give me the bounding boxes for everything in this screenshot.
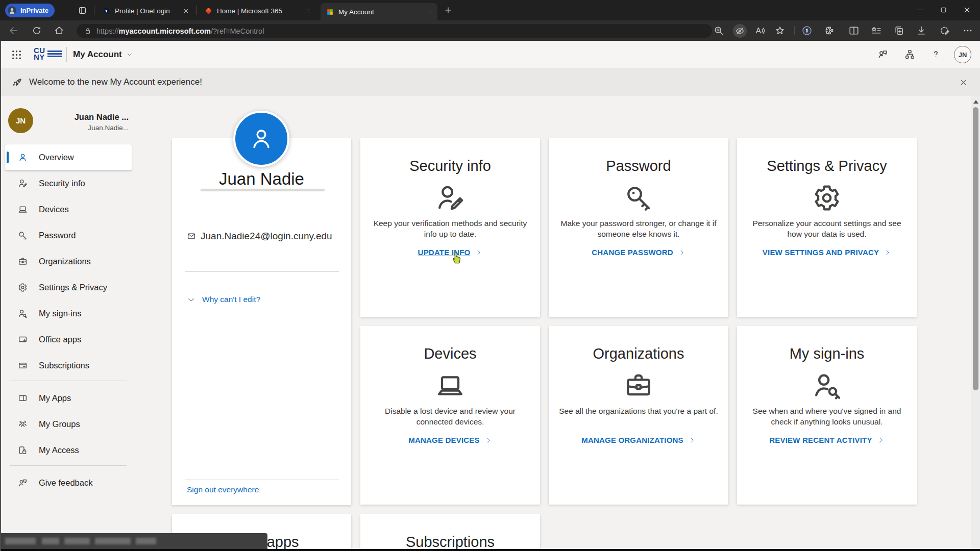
settings-privacy-icon <box>17 282 28 293</box>
sign-out-everywhere-link[interactable]: Sign out everywhere <box>187 485 259 494</box>
banner-close-icon[interactable] <box>959 78 968 87</box>
scrollbar-up-arrow[interactable] <box>973 100 978 104</box>
sidebar-item-security-info[interactable]: Security info <box>5 170 132 196</box>
sidebar-item-subscriptions[interactable]: Subscriptions <box>5 353 132 379</box>
tab-separator <box>94 6 94 15</box>
maximize-button[interactable] <box>932 0 955 19</box>
inprivate-badge[interactable]: InPrivate <box>5 4 55 17</box>
sidebar-item-devices[interactable]: Devices <box>5 196 132 222</box>
sidebar-item-label: Settings & Privacy <box>39 283 107 292</box>
account-avatar[interactable]: JN <box>954 46 971 63</box>
sign-ins-icon <box>17 308 28 319</box>
maximize-icon <box>939 6 948 14</box>
manage-organizations-link[interactable]: MANAGE ORGANIZATIONS <box>581 436 696 444</box>
split-screen-icon[interactable] <box>848 24 860 37</box>
tab-activity-icon[interactable] <box>78 6 87 15</box>
subscriptions-card: Subscriptions <box>360 514 540 551</box>
sidebar-item-overview[interactable]: Overview <box>5 144 132 170</box>
user-username: Juan.Nadie... <box>36 124 129 132</box>
tracking-prevention-icon[interactable] <box>733 24 747 38</box>
sidebar-item-label: Devices <box>39 205 69 214</box>
tab-title: Home | Microsoft 365 <box>217 7 300 15</box>
redacted-status-bar <box>0 533 267 549</box>
subscriptions-icon <box>17 360 28 371</box>
address-bar[interactable]: https://myaccount.microsoft.com/?ref=MeC… <box>77 24 712 38</box>
tab-close-icon[interactable] <box>304 7 311 15</box>
envelope-icon <box>187 232 196 241</box>
cuny-logo[interactable]: CUNY <box>34 47 62 60</box>
profile-divider <box>185 480 339 480</box>
close-window-button[interactable] <box>955 0 978 19</box>
refresh-icon[interactable] <box>31 25 42 36</box>
security-info-icon <box>434 182 467 214</box>
card-title: Password <box>606 157 671 175</box>
my-groups-icon <box>17 419 28 430</box>
sidebar-avatar[interactable]: JN <box>8 108 33 133</box>
profile-avatar[interactable] <box>233 111 289 167</box>
manage-devices-link[interactable]: MANAGE DEVICES <box>408 436 492 444</box>
read-aloud-icon[interactable] <box>754 24 766 37</box>
chevron-right-icon <box>689 437 696 444</box>
window-bottom-edge <box>0 549 980 551</box>
card-description: See all the organizations that you're a … <box>559 406 718 429</box>
hand-cursor <box>449 249 463 265</box>
product-label: My Account <box>73 49 122 60</box>
extensions-icon[interactable] <box>823 24 836 37</box>
view-settings-privacy-link[interactable]: VIEW SETTINGS AND PRIVACY <box>763 248 891 257</box>
tab-title: My Account <box>338 8 422 16</box>
sidebar-item-label: Overview <box>39 153 74 162</box>
scrollbar-thumb[interactable] <box>973 107 978 390</box>
web-capture-icon[interactable] <box>939 24 951 37</box>
header-feedback-icon[interactable] <box>877 48 889 60</box>
sidebar-nav: Overview Security info Devices Password … <box>5 144 132 496</box>
password-manager-icon[interactable] <box>801 24 813 37</box>
favorites-star-icon[interactable] <box>774 24 786 37</box>
page-scrollbar[interactable] <box>971 96 980 549</box>
card-title: Security info <box>409 157 491 175</box>
office-apps-icon <box>17 334 28 345</box>
more-icon[interactable] <box>962 24 974 37</box>
overview-icon <box>17 152 28 163</box>
sidebar-item-my-access[interactable]: My Access <box>5 437 132 463</box>
tab-close-icon[interactable] <box>182 7 190 15</box>
card-description: See when and where you've signed in and … <box>746 406 908 429</box>
sidebar-item-my-groups[interactable]: My Groups <box>5 411 132 437</box>
sidebar-item-organizations[interactable]: Organizations <box>5 248 132 274</box>
edit-help-row[interactable]: Why can't I edit? <box>187 295 260 304</box>
waffle-icon[interactable] <box>10 48 23 61</box>
tab-close-icon[interactable] <box>426 8 433 16</box>
sidebar-item-office-apps[interactable]: Office apps <box>5 327 132 353</box>
toolbar-separator <box>794 26 795 35</box>
browser-titlebar: InPrivate Profile | OneLogin Home | Micr… <box>0 0 980 20</box>
app-header <box>0 41 980 68</box>
org-chart-icon[interactable] <box>904 48 916 60</box>
tab-my-account[interactable]: My Account <box>321 3 437 20</box>
profile-divider <box>185 271 339 272</box>
product-switcher[interactable]: My Account <box>73 49 133 60</box>
tab-profile-onelogin[interactable]: Profile | OneLogin <box>97 3 194 19</box>
minimize-button[interactable] <box>908 0 932 19</box>
collections-icon[interactable] <box>893 24 905 37</box>
back-icon[interactable] <box>8 25 19 36</box>
sidebar-item-label: Subscriptions <box>39 361 89 370</box>
sidebar-item-settings-privacy[interactable]: Settings & Privacy <box>5 274 132 300</box>
zoom-in-icon[interactable] <box>713 24 725 37</box>
new-tab-icon[interactable] <box>444 6 453 15</box>
downloads-icon[interactable] <box>915 24 927 37</box>
tab-home-microsoft365[interactable]: Home | Microsoft 365 <box>199 3 315 19</box>
sidebar-item-label: Organizations <box>39 257 91 266</box>
review-recent-activity-link[interactable]: REVIEW RECENT ACTIVITY <box>769 436 884 444</box>
window-left-edge <box>0 41 1 551</box>
minimize-icon <box>916 6 924 14</box>
sidebar-item-password[interactable]: Password <box>5 222 132 248</box>
sidebar-item-give-feedback[interactable]: Give feedback <box>5 470 132 496</box>
favorites-bar-icon[interactable] <box>870 24 883 37</box>
home-icon[interactable] <box>54 25 65 36</box>
why-cant-i-edit-link[interactable]: Why can't I edit? <box>202 295 260 304</box>
chevron-right-icon <box>485 437 492 444</box>
sidebar-item-my-sign-ins[interactable]: My sign-ins <box>5 300 132 327</box>
profile-name: Juan Nadie <box>172 169 351 189</box>
sidebar-item-my-apps[interactable]: My Apps <box>5 385 132 411</box>
change-password-link[interactable]: CHANGE PASSWORD <box>592 248 685 257</box>
help-icon[interactable] <box>930 48 942 60</box>
